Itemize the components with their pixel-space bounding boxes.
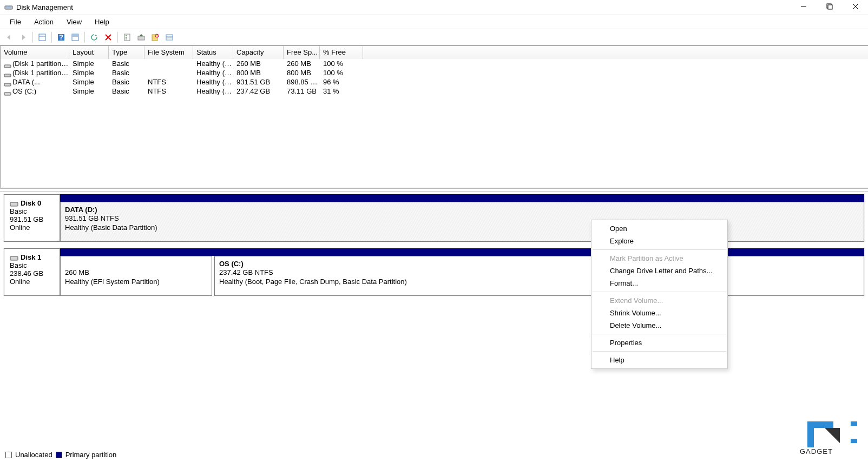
- window-title: Disk Management: [16, 3, 795, 11]
- minimize-button[interactable]: [795, 3, 812, 11]
- window-controls: [795, 3, 864, 11]
- legend-swatch-primary: [56, 452, 62, 458]
- svg-rect-12: [72, 34, 78, 37]
- context-menu-item[interactable]: Help: [591, 354, 727, 366]
- partition-box[interactable]: 260 MBHealthy (EFI System Partition): [60, 256, 212, 296]
- context-menu-item[interactable]: Delete Volume...: [591, 319, 727, 332]
- disk-icon: [10, 255, 18, 261]
- context-menu-item: Extend Volume...: [591, 294, 727, 307]
- view-top-button[interactable]: [69, 31, 81, 43]
- volume-row[interactable]: OS (C:)SimpleBasicNTFSHealthy (B...237.4…: [1, 87, 868, 96]
- column-percent-free[interactable]: % Free: [320, 46, 363, 59]
- svg-rect-27: [4, 83, 11, 86]
- disk-map-pane: Disk 0Basic931.51 GBOnlineDATA (D:)931.5…: [0, 192, 868, 308]
- volume-row[interactable]: (Disk 1 partition 1)SimpleBasicHealthy (…: [1, 59, 868, 68]
- title-bar: Disk Management: [0, 0, 868, 15]
- partition-stripe: [60, 248, 864, 256]
- disk-block: Disk 0Basic931.51 GBOnlineDATA (D:)931.5…: [3, 194, 865, 242]
- svg-rect-33: [851, 421, 857, 426]
- column-status[interactable]: Status: [193, 46, 233, 59]
- menu-separator: [593, 334, 726, 334]
- volume-icon: [4, 80, 11, 85]
- menu-separator: [593, 351, 726, 352]
- menu-separator: [593, 292, 726, 292]
- menu-separator: [593, 249, 726, 250]
- column-volume[interactable]: Volume: [1, 46, 69, 59]
- show-hide-button[interactable]: [36, 31, 48, 43]
- disk-icon: [10, 201, 18, 207]
- context-menu-item[interactable]: Format...: [591, 277, 727, 289]
- bottom-area: [0, 308, 868, 431]
- context-menu-item[interactable]: Open: [591, 222, 727, 235]
- partition-box[interactable]: DATA (D:)931.51 GB NTFSHealthy (Basic Da…: [60, 202, 864, 242]
- partition-stripe: [60, 194, 864, 202]
- legend-swatch-unallocated: [5, 452, 12, 458]
- context-menu[interactable]: OpenExploreMark Partition as ActiveChang…: [591, 220, 728, 369]
- toolbar: ?: [0, 29, 868, 45]
- svg-rect-28: [4, 93, 11, 95]
- svg-point-16: [126, 35, 127, 36]
- disk-info[interactable]: Disk 0Basic931.51 GBOnline: [4, 194, 60, 242]
- svg-text:GADGET: GADGET: [800, 447, 833, 456]
- menu-action[interactable]: Action: [28, 16, 60, 28]
- svg-rect-4: [828, 5, 832, 9]
- svg-rect-26: [4, 74, 11, 77]
- svg-text:?: ?: [59, 33, 63, 41]
- column-type[interactable]: Type: [109, 46, 144, 59]
- list-button[interactable]: [163, 31, 175, 43]
- volume-list-header: Volume Layout Type File System Status Ca…: [1, 46, 868, 59]
- partition-row: DATA (D:)931.51 GB NTFSHealthy (Basic Da…: [60, 194, 864, 242]
- legend-label-primary: Primary partition: [65, 451, 117, 459]
- maximize-button[interactable]: [821, 3, 838, 11]
- context-menu-item: Mark Partition as Active: [591, 252, 727, 265]
- svg-rect-34: [851, 439, 857, 443]
- menu-view[interactable]: View: [60, 16, 88, 28]
- volume-icon: [4, 89, 11, 95]
- column-capacity[interactable]: Capacity: [233, 46, 284, 59]
- context-menu-item[interactable]: Change Drive Letter and Paths...: [591, 265, 727, 277]
- context-menu-item[interactable]: Properties: [591, 336, 727, 349]
- menu-bar: File Action View Help: [0, 15, 868, 29]
- svg-rect-22: [166, 35, 173, 40]
- column-spacer: [363, 46, 868, 59]
- legend-label-unallocated: Unallocated: [15, 451, 52, 459]
- menu-help[interactable]: Help: [88, 16, 116, 28]
- volume-row[interactable]: DATA (...SimpleBasicNTFSHealthy (B...931…: [1, 77, 868, 87]
- refresh-button[interactable]: [88, 31, 100, 43]
- settings-button[interactable]: [149, 31, 161, 43]
- svg-rect-25: [4, 65, 11, 68]
- context-menu-item[interactable]: Shrink Volume...: [591, 307, 727, 319]
- menu-file[interactable]: File: [3, 16, 28, 28]
- close-button[interactable]: [847, 3, 864, 11]
- disk-info[interactable]: Disk 1Basic238.46 GBOnline: [4, 248, 60, 296]
- svg-rect-30: [10, 256, 18, 260]
- disk-block: Disk 1Basic238.46 GBOnline 260 MBHealthy…: [3, 248, 865, 296]
- svg-rect-7: [39, 34, 45, 41]
- properties-button[interactable]: [121, 31, 133, 43]
- forward-button[interactable]: [17, 31, 29, 43]
- svg-rect-15: [124, 34, 130, 41]
- rescan-button[interactable]: [135, 31, 147, 43]
- watermark: GADGET: [797, 418, 862, 458]
- context-menu-item[interactable]: Explore: [591, 235, 727, 247]
- volume-icon: [4, 62, 11, 67]
- svg-point-17: [126, 37, 127, 38]
- volume-list-body[interactable]: (Disk 1 partition 1)SimpleBasicHealthy (…: [1, 59, 868, 188]
- app-icon: [4, 3, 13, 12]
- column-free-space[interactable]: Free Sp...: [284, 46, 320, 59]
- back-button[interactable]: [3, 31, 15, 43]
- partition-row: 260 MBHealthy (EFI System Partition)OS (…: [60, 248, 864, 296]
- help-button[interactable]: ?: [55, 31, 67, 43]
- svg-rect-19: [138, 36, 144, 40]
- svg-rect-1: [5, 6, 12, 9]
- column-file-system[interactable]: File System: [144, 46, 193, 59]
- volume-row[interactable]: (Disk 1 partition 4)SimpleBasicHealthy (…: [1, 68, 868, 77]
- svg-rect-29: [10, 202, 18, 206]
- column-layout[interactable]: Layout: [69, 46, 109, 59]
- volume-list: Volume Layout Type File System Status Ca…: [0, 45, 868, 188]
- legend: Unallocated Primary partition: [5, 451, 116, 459]
- delete-button[interactable]: [102, 31, 114, 43]
- svg-rect-20: [152, 35, 157, 41]
- svg-point-18: [126, 38, 127, 39]
- volume-icon: [4, 71, 11, 76]
